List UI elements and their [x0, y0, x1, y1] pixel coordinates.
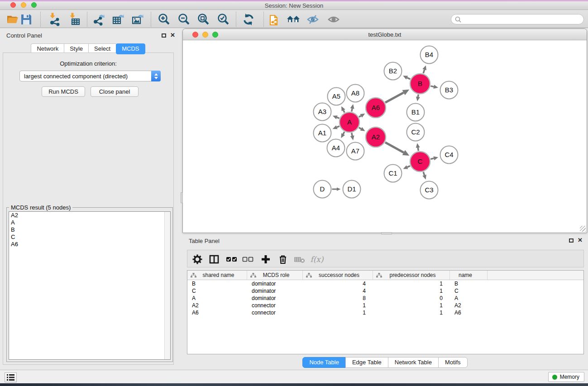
export-image-icon[interactable] — [130, 12, 145, 27]
network-graph[interactable]: B4B2BB3A5A8A6B1A3AC2A1A2A4A7C4CC1C3DD1 — [183, 40, 587, 233]
tab-network-table[interactable]: Network Table — [388, 357, 439, 368]
cell-successor-nodes: 1 — [303, 310, 373, 316]
result-item-a[interactable]: A — [9, 219, 170, 226]
import-table-icon[interactable] — [68, 12, 82, 27]
graph-node-label-A6: A6 — [372, 104, 380, 111]
result-item-c[interactable]: C — [9, 234, 170, 241]
search-input[interactable] — [462, 16, 583, 23]
refresh-icon[interactable] — [241, 12, 256, 27]
float-panel-icon[interactable] — [162, 33, 166, 38]
table-close-panel-icon[interactable]: ✕ — [578, 238, 583, 243]
tab-mcds[interactable]: MCDS — [116, 43, 145, 54]
cell-predecessor-nodes: 1 — [373, 288, 450, 294]
column-header-predecessor-nodes[interactable]: predecessor nodes — [373, 271, 450, 280]
tab-node-table[interactable]: Node Table — [302, 357, 346, 368]
table-options-icon[interactable] — [191, 253, 204, 265]
table-row-a[interactable]: Adominator80A — [187, 295, 583, 302]
column-header-label: MCDS role — [256, 272, 302, 278]
zoom-selected-icon[interactable] — [216, 12, 230, 27]
graph-edge-A-A5 — [344, 110, 344, 113]
splitter-handle-horizontal[interactable] — [381, 232, 392, 234]
column-header-shared-name[interactable]: shared name — [187, 271, 247, 280]
mcds-result-title: MCDS result (5 nodes) — [9, 204, 72, 211]
graph-arrowhead — [333, 115, 338, 119]
graph-node-label-C2: C2 — [411, 128, 420, 136]
close-panel-button[interactable]: Close panel — [91, 86, 139, 97]
table-row-a2[interactable]: A2connector11A2 — [187, 302, 583, 309]
save-session-icon[interactable] — [19, 12, 33, 27]
open-session-icon[interactable] — [5, 12, 20, 27]
table-row-b[interactable]: Bdominator41B — [187, 280, 583, 287]
close-panel-icon[interactable]: ✕ — [170, 33, 175, 38]
cell-shared-name: A6 — [187, 310, 247, 316]
zoom-traffic-light[interactable] — [31, 2, 37, 8]
run-mcds-button[interactable]: Run MCDS — [42, 86, 85, 97]
select-all-icon[interactable] — [225, 253, 238, 265]
zoom-fit-icon[interactable] — [196, 12, 210, 27]
result-item-a2[interactable]: A2 — [9, 212, 170, 219]
column-header-label: shared name — [196, 272, 247, 278]
network-zoom-traffic-light[interactable] — [212, 32, 218, 38]
network-close-traffic-light[interactable] — [192, 32, 198, 38]
cell-successor-nodes: 4 — [303, 288, 373, 294]
result-item-a6[interactable]: A6 — [9, 241, 170, 248]
column-header-label: predecessor nodes — [382, 272, 449, 278]
table-float-panel-icon[interactable] — [569, 238, 574, 243]
export-network-icon[interactable] — [91, 12, 106, 27]
mcds-result-list[interactable]: A2ABCA6 — [9, 211, 171, 360]
graph-node-label-A1: A1 — [318, 129, 326, 137]
memory-status-icon — [552, 375, 557, 380]
destroy-table-icon[interactable] — [293, 253, 306, 265]
graph-node-label-B3: B3 — [445, 86, 453, 94]
show-columns-icon[interactable] — [208, 253, 220, 265]
result-list-scrollbar[interactable] — [164, 212, 170, 359]
control-panel-title: Control Panel — [6, 32, 42, 39]
result-item-b[interactable]: B — [9, 226, 170, 234]
search-box[interactable] — [451, 14, 584, 24]
graph-edge-A-A4 — [343, 132, 344, 134]
memory-button[interactable]: Memory — [548, 372, 584, 382]
hide-eye-icon[interactable] — [306, 12, 320, 27]
unselect-all-icon[interactable] — [242, 253, 254, 265]
table-row-c[interactable]: Cdominator41C — [187, 287, 583, 295]
show-eye-icon[interactable] — [326, 12, 341, 27]
cell-mcds-role: connector — [247, 302, 303, 309]
zoom-out-icon[interactable] — [177, 12, 191, 27]
cell-name: A2 — [450, 302, 488, 309]
tab-edge-table[interactable]: Edge Table — [345, 357, 388, 368]
task-history-button[interactable] — [5, 372, 17, 382]
cell-mcds-role: dominator — [247, 288, 303, 294]
network-window-titlebar[interactable]: testGlobe.txt — [183, 29, 587, 40]
new-network-from-file-icon[interactable] — [267, 12, 282, 27]
dropdown-selected-value: largest connected component (directed) — [20, 73, 151, 80]
cell-name: A6 — [450, 310, 488, 316]
column-header-successor-nodes[interactable]: successor nodes — [303, 271, 373, 280]
table-row-a6[interactable]: A6connector11A6 — [187, 309, 583, 316]
add-column-icon[interactable] — [259, 253, 272, 265]
cell-mcds-role: dominator — [247, 295, 303, 301]
function-builder-icon[interactable]: f(x) — [311, 253, 323, 265]
tab-motifs[interactable]: Motifs — [438, 357, 468, 368]
cell-name: C — [450, 288, 488, 294]
import-network-icon[interactable] — [48, 12, 62, 27]
home-icon[interactable] — [286, 12, 301, 27]
table-toolbar: f(x) — [187, 250, 584, 267]
column-header-mcds-role[interactable]: MCDS role — [247, 271, 303, 280]
minimize-traffic-light[interactable] — [21, 2, 26, 8]
table-header-row: shared nameMCDS rolesuccessor nodesprede… — [187, 271, 583, 280]
export-table-icon[interactable] — [111, 12, 125, 27]
graph-edge-A-A6 — [359, 116, 361, 117]
splitter-handle-vertical[interactable] — [181, 192, 183, 203]
delete-column-icon[interactable] — [277, 253, 289, 265]
optimization-criterion-dropdown[interactable]: largest connected component (directed) — [19, 71, 161, 81]
graph-edge-C-C3 — [423, 172, 424, 175]
network-canvas[interactable]: B4B2BB3A5A8A6B1A3AC2A1A2A4A7C4CC1C3DD1 — [183, 40, 587, 233]
close-traffic-light[interactable] — [10, 2, 16, 8]
cell-shared-name: B — [187, 281, 247, 287]
zoom-in-icon[interactable] — [157, 12, 171, 27]
network-minimize-traffic-light[interactable] — [202, 32, 208, 38]
node-table[interactable]: shared nameMCDS rolesuccessor nodesprede… — [187, 270, 584, 354]
table-panel-tabs: Node TableEdge TableNetwork TableMotifs — [182, 357, 588, 368]
column-header-name[interactable]: name — [450, 271, 488, 280]
window-resize-grip[interactable] — [580, 226, 586, 232]
